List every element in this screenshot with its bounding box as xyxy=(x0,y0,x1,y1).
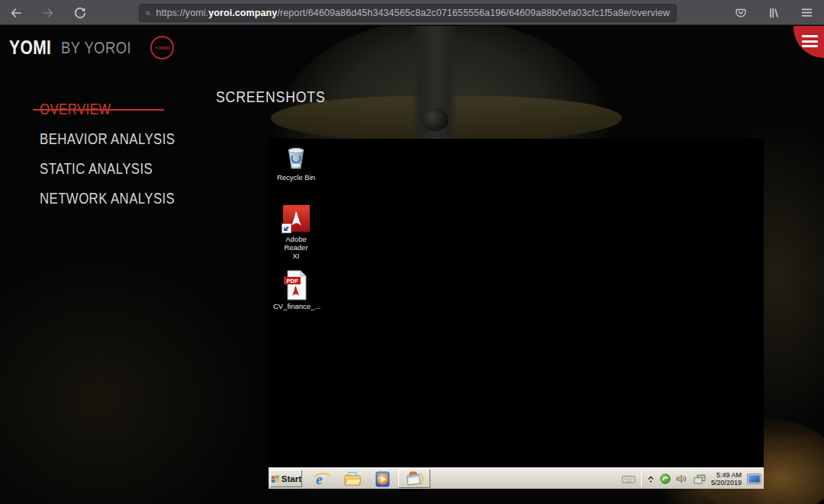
media-player-glyph xyxy=(375,471,391,487)
browser-menu-button[interactable] xyxy=(797,3,816,23)
adobe-reader-glyph xyxy=(282,204,311,233)
tray-agent-icon xyxy=(660,474,671,484)
folder-glyph xyxy=(343,471,362,486)
tray-date: 5/20/2019 xyxy=(711,479,742,487)
screenshot-media-player-icon xyxy=(374,470,392,487)
background-armor-left xyxy=(0,255,259,504)
nav-item-overview[interactable]: OVERVIEW xyxy=(40,101,201,118)
screenshot-pdf-file-icon: PDF CV_finance_... xyxy=(273,270,319,310)
forward-button[interactable] xyxy=(38,3,58,23)
screenshot-start-button: Start xyxy=(270,470,302,487)
tray-clock: 5:49 AM 5/20/2019 xyxy=(711,471,742,487)
start-button-label: Start xyxy=(282,474,301,483)
display-icon xyxy=(747,474,761,484)
yoroi-logo-icon: YOROI xyxy=(150,36,174,59)
background-armor-knob xyxy=(421,108,449,131)
reload-icon xyxy=(73,6,87,20)
report-nav: OVERVIEW BEHAVIOR ANALYSIS STATIC ANALYS… xyxy=(40,101,201,220)
brand-yomi: YOMI xyxy=(9,37,51,59)
brand-header[interactable]: YOMI BY YOROI YOROI xyxy=(9,36,174,59)
nav-item-overview-label: OVERVIEW xyxy=(40,101,111,118)
url-bar[interactable]: https://yomi.yoroi.company/report/64609a… xyxy=(139,4,677,22)
hide-icons-chevron xyxy=(647,474,655,483)
internet-explorer-glyph: e xyxy=(314,470,331,487)
open-folder-window-glyph xyxy=(404,470,424,487)
library-button[interactable] xyxy=(764,3,784,23)
screenshot-adobe-reader-icon: Adobe ReaderXI xyxy=(273,204,319,260)
windows-flag-icon xyxy=(271,474,280,484)
site-menu-hamburger-icon xyxy=(802,35,818,50)
nav-item-static-analysis[interactable]: STATIC ANALYSIS xyxy=(40,160,201,178)
search-icon xyxy=(146,8,151,18)
nav-item-network-label: NETWORK ANALYSIS xyxy=(40,190,175,207)
screenshot-desktop: Recycle Bin Adobe Reader xyxy=(269,139,764,467)
nav-item-network-analysis[interactable]: NETWORK ANALYSIS xyxy=(40,190,201,207)
hamburger-menu-icon xyxy=(801,8,813,18)
desktop-icon-label: CV_finance_... xyxy=(273,302,319,310)
nav-item-behavior-analysis[interactable]: BEHAVIOR ANALYSIS xyxy=(40,130,201,148)
dual-screens-icon xyxy=(694,474,706,484)
screenshot-system-tray: 5:49 AM 5/20/2019 xyxy=(622,468,761,490)
screenshot-recycle-bin-icon: Recycle Bin xyxy=(273,143,319,181)
forward-arrow-icon xyxy=(41,6,55,20)
pdf-file-glyph: PDF xyxy=(283,270,309,300)
screenshot-taskbar: Start e xyxy=(269,467,764,489)
nav-item-static-label: STATIC ANALYSIS xyxy=(40,160,153,178)
url-text: https://yomi.yoroi.company/report/64609a… xyxy=(156,8,671,18)
yoroi-logo-text: YOROI xyxy=(155,46,170,50)
pocket-icon xyxy=(735,7,747,19)
tray-divider xyxy=(641,471,642,486)
app-window: https://yomi.yoroi.company/report/64609a… xyxy=(0,0,824,504)
site-menu-button[interactable] xyxy=(793,26,824,58)
browser-toolbar: https://yomi.yoroi.company/report/64609a… xyxy=(0,0,824,25)
desktop-icon-label: Recycle Bin xyxy=(273,173,319,181)
section-title-text: SCREENSHOTS xyxy=(216,88,326,106)
nav-item-behavior-label: BEHAVIOR ANALYSIS xyxy=(40,130,175,148)
keyboard-icon xyxy=(622,474,636,484)
sandbox-screenshot-image[interactable]: Recycle Bin Adobe Reader xyxy=(269,139,764,489)
screenshot-ie-icon: e xyxy=(313,470,331,487)
pdf-badge-text: PDF xyxy=(287,278,298,284)
screenshot-folder-icon xyxy=(343,470,362,487)
url-prefix: https://yomi. xyxy=(156,8,209,18)
screenshot-open-window-task-button xyxy=(398,469,430,488)
speaker-icon xyxy=(676,474,688,483)
url-domain: yoroi.company xyxy=(208,8,277,18)
library-icon xyxy=(768,7,780,19)
url-path: /report/64609a86d45h3434565c8a2c07165555… xyxy=(277,8,670,18)
brand-byline: BY YOROI xyxy=(61,38,131,58)
section-title-screenshots: SCREENSHOTS xyxy=(216,88,346,106)
back-arrow-icon xyxy=(9,6,23,20)
tray-time: 5:49 AM xyxy=(711,471,742,480)
reload-button[interactable] xyxy=(70,3,90,23)
recycle-bin-glyph xyxy=(282,143,310,172)
desktop-icon-label: Adobe ReaderXI xyxy=(273,235,319,260)
report-page: YOMI BY YOROI YOROI OVERVIEW BEHAVIOR AN… xyxy=(0,26,824,504)
back-button[interactable] xyxy=(6,3,26,23)
pocket-button[interactable] xyxy=(731,3,751,23)
